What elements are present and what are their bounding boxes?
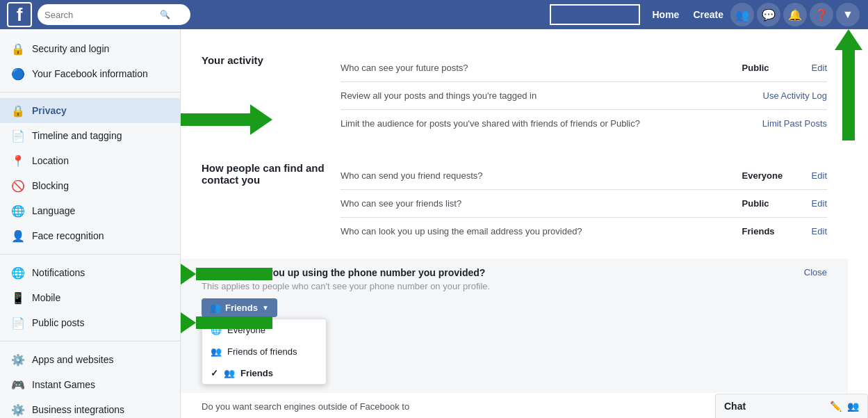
arrow-left-dropdown (181, 307, 272, 338)
chat-bar: Chat ✏️ 👥 (715, 394, 868, 418)
question-icon-btn[interactable]: ❓ (810, 3, 833, 26)
caret-down-icon: ▼ (842, 8, 853, 21)
sidebar-divider-3 (0, 341, 180, 341)
sidebar-label-blocking: Blocking (32, 180, 69, 191)
phone-desc-text: This applies to people who can't see you… (202, 281, 804, 291)
chat-label: Chat (724, 401, 746, 412)
dropdown-friends-of-friends-label: Friends of friends (227, 346, 297, 357)
sidebar-item-mobile[interactable]: 📱 Mobile (0, 285, 180, 310)
messenger-icon: 💬 (762, 8, 776, 22)
dropdown-item-friends-of-friends[interactable]: 👥 Friends of friends (202, 341, 326, 362)
close-phone-link[interactable]: Close (804, 267, 827, 278)
sidebar-divider-2 (0, 254, 180, 255)
search-icon: 🔍 (160, 10, 170, 19)
sidebar-item-public-posts[interactable]: 📄 Public posts (0, 310, 180, 335)
row-future-posts-desc: Who can see your future posts? (341, 63, 742, 73)
edit-friends-list-link[interactable]: Edit (812, 198, 827, 209)
content-area: Your activity Who can see your future po… (181, 29, 848, 418)
sidebar-item-language[interactable]: 🌐 Language (0, 198, 180, 223)
nav-links: Home Create (647, 6, 730, 23)
sidebar-item-apps-websites[interactable]: ⚙️ Apps and websites (0, 347, 180, 372)
create-link[interactable]: Create (687, 6, 729, 23)
timeline-icon: 📄 (11, 129, 25, 143)
sidebar-item-instant-games[interactable]: 🎮 Instant Games (0, 372, 180, 397)
row-friends-list-value: Public (742, 198, 812, 209)
row-email-lookup-value: Friends (742, 226, 812, 236)
sidebar-item-your-fb-info[interactable]: 🔵 Your Facebook information (0, 61, 180, 86)
nav-profile-box (550, 4, 640, 25)
chat-edit-icon[interactable]: ✏️ (830, 401, 842, 412)
top-nav: f 🔍 Home Create 👥 💬 🔔 ❓ ▼ (0, 0, 868, 29)
sidebar-label-security: Security and login (32, 43, 109, 54)
caret-down-icon-btn[interactable]: ▼ (836, 3, 860, 26)
sidebar-label-privacy: Privacy (32, 105, 67, 116)
row-review-posts-desc: Review all your posts and things you're … (341, 90, 694, 101)
how-people-find-title-row: How people can find and contact you Who … (202, 151, 827, 245)
messenger-icon-btn[interactable]: 💬 (757, 3, 780, 26)
sidebar-item-business-integrations[interactable]: ⚙️ Business integrations (0, 397, 180, 418)
edit-friend-requests-link[interactable]: Edit (812, 170, 827, 181)
row-future-posts-value: Public (742, 63, 812, 73)
search-bar[interactable]: 🔍 (38, 4, 190, 25)
bell-icon-btn[interactable]: 🔔 (783, 3, 807, 26)
lock-icon: 🔒 (11, 42, 25, 56)
sidebar-label-face-recognition: Face recognition (32, 230, 104, 241)
phone-number-section: Who can look you up using the phone numb… (181, 259, 848, 393)
sidebar-item-face-recognition[interactable]: 👤 Face recognition (0, 223, 180, 248)
question-icon: ❓ (814, 8, 828, 22)
instant-games-icon: 🎮 (11, 378, 25, 392)
table-row: Review all your posts and things you're … (341, 82, 827, 110)
table-row: Who can send you friend requests? Everyo… (341, 162, 827, 190)
dropdown-friends-label: Friends (240, 368, 273, 378)
sidebar-label-your-fb-info: Your Facebook information (32, 68, 148, 79)
row-email-lookup-desc: Who can look you up using the email addr… (341, 226, 742, 236)
row-limit-audience-desc: Limit the audience for posts you've shar… (341, 118, 693, 129)
sidebar-item-notifications[interactable]: 🌐 Notifications (0, 260, 180, 285)
phone-question-text: Who can look you up using the phone numb… (202, 267, 804, 278)
table-row: Who can see your friends list? Public Ed… (341, 190, 827, 218)
sidebar-label-mobile: Mobile (32, 292, 60, 303)
row-friend-requests-desc: Who can send you friend requests? (341, 170, 742, 181)
table-row: Who can see your future posts? Public Ed… (341, 54, 827, 82)
sidebar-label-business-integrations: Business integrations (32, 404, 124, 415)
chat-people-icon[interactable]: 👥 (847, 401, 859, 412)
search-input[interactable] (44, 10, 156, 20)
main-content: Your activity Who can see your future po… (181, 29, 868, 418)
sidebar-item-privacy[interactable]: 🔒 Privacy (0, 98, 180, 123)
your-activity-title: Your activity (202, 54, 341, 66)
apps-websites-icon: ⚙️ (11, 353, 25, 367)
arrow-left-privacy (181, 104, 272, 135)
sidebar-item-timeline[interactable]: 📄 Timeline and tagging (0, 123, 180, 148)
facebook-logo: f (7, 2, 32, 27)
privacy-icon: 🔒 (11, 104, 25, 118)
table-row: Who can look you up using the email addr… (341, 218, 827, 245)
arrow-left-phone (181, 259, 272, 289)
home-link[interactable]: Home (647, 6, 685, 23)
limit-past-posts-link[interactable]: Limit Past Posts (762, 118, 827, 129)
sidebar-item-blocking[interactable]: 🚫 Blocking (0, 173, 180, 198)
face-recognition-icon: 👤 (11, 229, 25, 243)
page-container: 🔒 Security and login 🔵 Your Facebook inf… (0, 29, 868, 418)
friends-check-icon: 👥 (224, 368, 235, 378)
sidebar-item-security[interactable]: 🔒 Security and login (0, 36, 180, 61)
people-icon-btn[interactable]: 👥 (730, 3, 754, 26)
chat-icons: ✏️ 👥 (830, 401, 859, 412)
how-people-find-rows: Who can send you friend requests? Everyo… (341, 162, 827, 245)
public-posts-icon: 📄 (11, 316, 25, 330)
table-row: Limit the audience for posts you've shar… (341, 110, 827, 137)
dropdown-item-friends[interactable]: ✓ 👥 Friends (202, 362, 326, 384)
notifications-icon: 🌐 (11, 266, 25, 280)
blocking-icon: 🚫 (11, 179, 25, 193)
use-activity-log-link[interactable]: Use Activity Log (763, 90, 828, 101)
how-people-find-title: How people can find and contact you (202, 162, 341, 186)
edit-future-posts-link[interactable]: Edit (812, 63, 827, 73)
sidebar-label-apps-websites: Apps and websites (32, 354, 114, 365)
location-icon: 📍 (11, 154, 25, 168)
your-activity-rows: Who can see your future posts? Public Ed… (341, 54, 827, 137)
sidebar-divider-1 (0, 92, 180, 93)
sidebar-label-location: Location (32, 155, 69, 166)
arrow-up (835, 29, 862, 140)
sidebar-item-location[interactable]: 📍 Location (0, 148, 180, 173)
edit-email-lookup-link[interactable]: Edit (812, 226, 827, 236)
how-people-find-section: How people can find and contact you Who … (202, 151, 827, 245)
